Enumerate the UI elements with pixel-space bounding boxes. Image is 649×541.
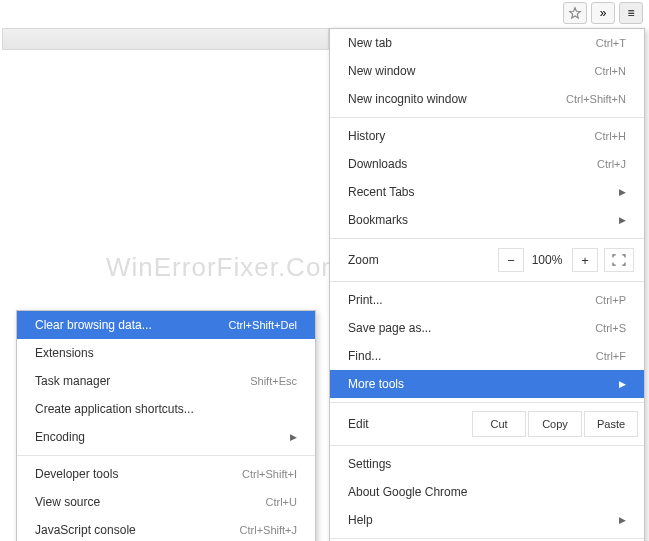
main-menu: New tabCtrl+T New windowCtrl+N New incog… bbox=[329, 28, 645, 541]
toolbar: » ≡ bbox=[563, 2, 643, 24]
separator bbox=[330, 538, 644, 539]
menu-item-incognito[interactable]: New incognito windowCtrl+Shift+N bbox=[330, 85, 644, 113]
bookmark-star-button[interactable] bbox=[563, 2, 587, 24]
paste-button[interactable]: Paste bbox=[584, 411, 638, 437]
menu-item-settings[interactable]: Settings bbox=[330, 450, 644, 478]
hamburger-icon: ≡ bbox=[627, 6, 634, 20]
more-tools-submenu: Clear browsing data...Ctrl+Shift+Del Ext… bbox=[16, 310, 316, 541]
submenu-item-app-shortcuts[interactable]: Create application shortcuts... bbox=[17, 395, 315, 423]
submenu-item-task-manager[interactable]: Task managerShift+Esc bbox=[17, 367, 315, 395]
zoom-label: Zoom bbox=[348, 253, 496, 267]
submenu-item-devtools[interactable]: Developer toolsCtrl+Shift+I bbox=[17, 460, 315, 488]
menu-item-downloads[interactable]: DownloadsCtrl+J bbox=[330, 150, 644, 178]
edit-label: Edit bbox=[348, 417, 470, 431]
separator bbox=[330, 281, 644, 282]
chevron-right-icon: » bbox=[600, 6, 607, 20]
separator bbox=[330, 117, 644, 118]
menu-item-new-tab[interactable]: New tabCtrl+T bbox=[330, 29, 644, 57]
zoom-percent: 100% bbox=[524, 253, 570, 267]
tab-strip bbox=[2, 28, 329, 50]
menu-item-history[interactable]: HistoryCtrl+H bbox=[330, 122, 644, 150]
submenu-item-clear-browsing[interactable]: Clear browsing data...Ctrl+Shift+Del bbox=[17, 311, 315, 339]
submenu-item-encoding[interactable]: Encoding▶ bbox=[17, 423, 315, 451]
menu-item-print[interactable]: Print...Ctrl+P bbox=[330, 286, 644, 314]
submenu-item-view-source[interactable]: View sourceCtrl+U bbox=[17, 488, 315, 516]
main-menu-button[interactable]: ≡ bbox=[619, 2, 643, 24]
menu-item-recent-tabs[interactable]: Recent Tabs▶ bbox=[330, 178, 644, 206]
menu-item-edit: Edit Cut Copy Paste bbox=[330, 407, 644, 441]
menu-item-more-tools[interactable]: More tools▶ bbox=[330, 370, 644, 398]
zoom-out-button[interactable]: − bbox=[498, 248, 524, 272]
separator bbox=[330, 445, 644, 446]
zoom-in-button[interactable]: + bbox=[572, 248, 598, 272]
copy-button[interactable]: Copy bbox=[528, 411, 582, 437]
menu-item-help[interactable]: Help▶ bbox=[330, 506, 644, 534]
menu-item-find[interactable]: Find...Ctrl+F bbox=[330, 342, 644, 370]
overflow-button[interactable]: » bbox=[591, 2, 615, 24]
menu-item-about[interactable]: About Google Chrome bbox=[330, 478, 644, 506]
menu-item-bookmarks[interactable]: Bookmarks▶ bbox=[330, 206, 644, 234]
menu-item-save-page[interactable]: Save page as...Ctrl+S bbox=[330, 314, 644, 342]
submenu-arrow-icon: ▶ bbox=[619, 215, 626, 225]
submenu-arrow-icon: ▶ bbox=[619, 187, 626, 197]
menu-item-new-window[interactable]: New windowCtrl+N bbox=[330, 57, 644, 85]
cut-button[interactable]: Cut bbox=[472, 411, 526, 437]
fullscreen-button[interactable] bbox=[604, 248, 634, 272]
submenu-arrow-icon: ▶ bbox=[619, 515, 626, 525]
star-icon bbox=[568, 6, 582, 20]
fullscreen-icon bbox=[612, 254, 626, 266]
watermark: WinErrorFixer.Com bbox=[106, 252, 344, 283]
submenu-item-js-console[interactable]: JavaScript consoleCtrl+Shift+J bbox=[17, 516, 315, 541]
separator bbox=[330, 238, 644, 239]
separator bbox=[330, 402, 644, 403]
separator bbox=[17, 455, 315, 456]
submenu-item-extensions[interactable]: Extensions bbox=[17, 339, 315, 367]
submenu-arrow-icon: ▶ bbox=[290, 432, 297, 442]
menu-item-zoom: Zoom − 100% + bbox=[330, 243, 644, 277]
submenu-arrow-icon: ▶ bbox=[619, 379, 626, 389]
